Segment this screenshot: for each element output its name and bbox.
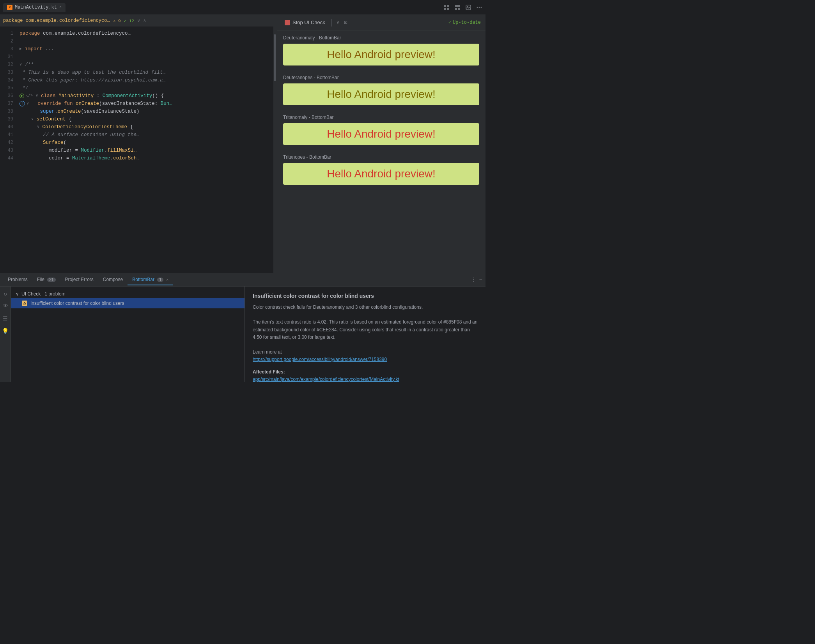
tab-close-button[interactable]: × [59, 5, 62, 9]
title-bar: K MainActivity.kt × [0, 0, 485, 15]
preview-section-tritanomaly: Tritanomaly - BottomBar Hello Android pr… [283, 115, 479, 145]
toolbar-separator [331, 19, 332, 27]
detail-link[interactable]: https://support.google.com/accessibility… [253, 357, 387, 362]
code-line-42: Surface( [19, 139, 276, 147]
expand-icon[interactable]: ∧ [143, 18, 146, 24]
code-line-35: */ [19, 84, 276, 92]
bottom-tab-actions: ⋮ − [471, 276, 482, 283]
more-vertical-icon[interactable]: ⋮ [471, 276, 476, 283]
code-line-34: * Check this paper: https://vision.psych… [19, 76, 276, 84]
code-line-40: ∨ ColorDeficiencyColorTestTheme { [19, 123, 276, 131]
editor-tab[interactable]: K MainActivity.kt × [3, 3, 66, 12]
code-line-43: modifier = Modifier.fillMaxSi… [19, 147, 276, 154]
editor-scrollbar[interactable] [273, 27, 276, 273]
stop-ui-check-button[interactable]: Stop UI Check [282, 18, 328, 27]
svg-rect-3 [447, 8, 449, 10]
code-line-37: ↑ ∨ override fun onCreate(savedInstanceS… [19, 100, 276, 108]
code-content: package com.example.colordeficiencyco… ▶… [16, 27, 276, 273]
detail-learn-more: Learn more at https://support.google.com… [253, 349, 478, 363]
preview-text-tritanopes: Hello Android preview! [327, 168, 436, 180]
tab-bottombar[interactable]: BottomBar 1 × [128, 274, 173, 285]
svg-rect-5 [455, 8, 457, 10]
tab-project-errors[interactable]: Project Errors [60, 274, 98, 285]
main-content: package com.example.colordeficiencyco… ⚠… [0, 15, 485, 273]
image-icon[interactable] [465, 4, 471, 11]
editor-header: package com.example.colordeficiencyco… ⚠… [0, 15, 276, 27]
detail-body-1: Color contrast check fails for Deuterano… [253, 304, 478, 311]
layout-icon[interactable] [454, 4, 461, 11]
preview-section-deuteranopes: Deuteranopes - BottomBar Hello Android p… [283, 75, 479, 105]
ui-check-header[interactable]: ∨ UI Check 1 problem [11, 290, 244, 298]
ui-check-count: 1 problem [44, 291, 65, 297]
detail-body: Color contrast check fails for Deuterano… [253, 304, 478, 382]
section-label-tritanopes: Tritanopes - BottomBar [283, 154, 479, 160]
bottombar-tab-close[interactable]: × [166, 278, 168, 282]
dropdown-arrow[interactable]: ∨ [335, 19, 341, 26]
preview-card-deuteranomaly: Hello Android preview! [283, 44, 479, 65]
svg-point-10 [479, 7, 480, 8]
code-line-1: package com.example.colordeficiencyco… [19, 30, 276, 37]
bottom-panel: Problems File 21 Project Errors Compose … [0, 273, 485, 382]
preview-text-deuteranomaly: Hello Android preview! [327, 48, 436, 61]
code-line-33: * This is a demo app to test the colorbl… [19, 69, 276, 76]
warning-icon: ⚠ [22, 301, 27, 306]
code-line-44: color = MaterialTheme.colorSch… [19, 154, 276, 162]
section-label-deuteranomaly: Deuteranomaly - BottomBar [283, 35, 479, 41]
run-gutter-icon[interactable] [19, 94, 24, 98]
code-container: 1 2 3 31 32 33 34 35 36 37 38 39 40 41 4… [0, 27, 276, 273]
svg-point-9 [477, 7, 478, 8]
preview-card-deuteranopes: Hello Android preview! [283, 83, 479, 105]
grid-icon[interactable] [443, 4, 450, 11]
line-numbers: 1 2 3 31 32 33 34 35 36 37 38 39 40 41 4… [0, 27, 16, 273]
file-tab-count: 21 [47, 278, 55, 282]
svg-rect-4 [455, 5, 460, 7]
svg-rect-1 [447, 5, 449, 7]
minimize-icon[interactable]: − [479, 277, 482, 283]
tab-compose[interactable]: Compose [98, 274, 128, 285]
uptodate-badge: ✓ Up-to-date [448, 19, 481, 25]
editor-area: package com.example.colordeficiencyco… ⚠… [0, 15, 277, 273]
ui-check-label: UI Check [21, 291, 41, 297]
code-line-3: ▶ import ... [19, 45, 276, 53]
collapse-arrow-icon: ∨ [16, 291, 19, 297]
preview-card-tritanopes: Hello Android preview! [283, 163, 479, 185]
svg-rect-0 [444, 5, 446, 7]
collapse-icon[interactable]: ∨ [137, 18, 140, 24]
title-bar-actions [443, 4, 482, 11]
problem-detail-panel: Insufficient color contrast for color bl… [245, 287, 485, 382]
preview-content: Deuteranomaly - BottomBar Hello Android … [277, 30, 485, 199]
code-line-41: // A surface container using the… [19, 131, 276, 139]
eye-icon[interactable]: 👁 [2, 302, 9, 310]
affected-label: Affected Files: [253, 369, 285, 375]
detail-title: Insufficient color contrast for color bl… [253, 293, 478, 299]
code-line-36: ◁/> ∨ class MainActivity : ComponentActi… [19, 92, 276, 100]
refresh-icon[interactable]: ↻ [2, 290, 9, 297]
bottom-panel-content: ↻ 👁 ☰ 💡 ∨ UI Check 1 problem ⚠ Insuffici… [0, 287, 485, 382]
problem-item[interactable]: ⚠ Insufficient color contrast for color … [11, 298, 244, 308]
svg-point-11 [481, 7, 482, 8]
check-badge: ✓ 12 [124, 18, 134, 23]
tab-problems[interactable]: Problems [3, 274, 32, 285]
more-options-icon[interactable] [476, 4, 482, 11]
preview-section-tritanopes: Tritanopes - BottomBar Hello Android pre… [283, 154, 479, 185]
bottombar-tab-count: 1 [157, 278, 163, 282]
preview-text-tritanomaly: Hello Android preview! [327, 128, 436, 140]
list-icon[interactable]: ☰ [2, 315, 9, 322]
uptodate-label: Up-to-date [453, 20, 481, 25]
stop-icon [285, 20, 290, 25]
tab-file[interactable]: File 21 [32, 274, 60, 285]
svg-rect-2 [444, 8, 446, 10]
problems-list-panel: ∨ UI Check 1 problem ⚠ Insufficient colo… [11, 287, 245, 382]
bulb-icon[interactable]: 💡 [2, 327, 9, 335]
code-line-2 [19, 37, 276, 45]
bottom-panel-tabs: Problems File 21 Project Errors Compose … [0, 273, 485, 287]
code-line-39: ∨ setContent { [19, 115, 276, 123]
override-icon: ↑ [19, 101, 25, 106]
preview-section-deuteranomaly: Deuteranomaly - BottomBar Hello Android … [283, 35, 479, 65]
check-icon: ✓ [448, 19, 451, 25]
affected-file-link[interactable]: app/src/main/java/com/example/colordefic… [253, 377, 399, 382]
split-view-icon[interactable]: ⊡ [344, 19, 347, 26]
preview-toolbar: Stop UI Check ∨ ⊡ ✓ Up-to-date [277, 15, 485, 30]
file-type-icon: K [7, 5, 12, 10]
tab-filename: MainActivity.kt [15, 5, 57, 10]
